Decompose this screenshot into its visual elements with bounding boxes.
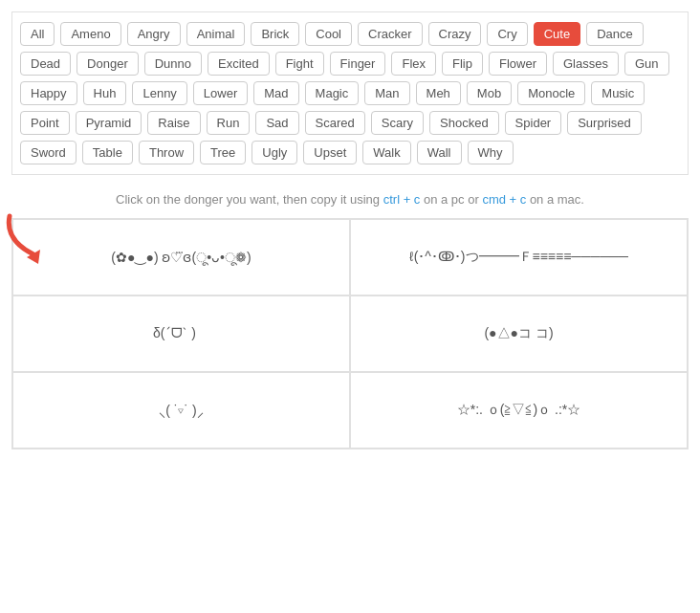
tag-walk[interactable]: Walk	[362, 141, 410, 164]
donger-text: (●△●コ コ)	[484, 325, 553, 342]
tag-crazy[interactable]: Crazy	[428, 22, 482, 46]
tag-glasses[interactable]: Glasses	[553, 52, 619, 76]
tag-flex[interactable]: Flex	[391, 52, 436, 76]
tag-man[interactable]: Man	[364, 81, 409, 105]
tag-sword[interactable]: Sword	[20, 141, 77, 164]
donger-grid: (✿●‿●) ʚ♡⃛ɞ(ू•ᴗ•ू❁)ℓ(･^･ↂ･)つ━━━Ｆ≡≡≡≡≡───…	[11, 218, 689, 449]
donger-text: ☆*:. ｏ(≧▽≦)ｏ .:*☆	[457, 402, 581, 419]
tag-lower[interactable]: Lower	[193, 81, 248, 105]
tag-container: AllAmenoAngryAnimalBrickCoolCrackerCrazy…	[11, 11, 689, 175]
tag-donger[interactable]: Donger	[77, 52, 139, 76]
tag-pyramid[interactable]: Pyramid	[76, 111, 142, 135]
donger-cell[interactable]: ⸜( ˙▿˙ )⸝	[12, 372, 350, 449]
donger-cell[interactable]: ☆*:. ｏ(≧▽≦)ｏ .:*☆	[350, 372, 688, 449]
tag-cute[interactable]: Cute	[534, 22, 580, 46]
donger-cell[interactable]: (✿●‿●) ʚ♡⃛ɞ(ू•ᴗ•ू❁)	[12, 219, 350, 296]
tag-magic[interactable]: Magic	[305, 81, 360, 105]
tag-lenny[interactable]: Lenny	[132, 81, 186, 105]
tag-dance[interactable]: Dance	[586, 22, 644, 46]
tag-gun[interactable]: Gun	[624, 52, 669, 76]
tag-excited[interactable]: Excited	[208, 52, 270, 76]
donger-text: (✿●‿●) ʚ♡⃛ɞ(ू•ᴗ•ू❁)	[111, 250, 251, 266]
tag-point[interactable]: Point	[20, 111, 70, 135]
tag-dead[interactable]: Dead	[20, 52, 71, 76]
tag-flower[interactable]: Flower	[489, 52, 547, 76]
tag-ameno[interactable]: Ameno	[60, 22, 120, 46]
instruction-part1: Click on the donger you want, then copy …	[116, 192, 383, 207]
instruction-text: Click on the donger you want, then copy …	[11, 192, 689, 207]
donger-cell[interactable]: (●△●コ コ)	[350, 296, 688, 372]
tag-happy[interactable]: Happy	[20, 81, 77, 105]
tag-music[interactable]: Music	[591, 81, 645, 105]
tag-table[interactable]: Table	[82, 141, 133, 164]
tag-wall[interactable]: Wall	[417, 141, 462, 164]
tag-huh[interactable]: Huh	[83, 81, 127, 105]
tag-meh[interactable]: Meh	[416, 81, 461, 105]
donger-text: δ(ˊᗜˋ )ゞ	[153, 325, 209, 342]
donger-cell[interactable]: ℓ(･^･ↂ･)つ━━━Ｆ≡≡≡≡≡──────	[350, 219, 688, 296]
tag-spider[interactable]: Spider	[505, 111, 562, 135]
tag-flip[interactable]: Flip	[442, 52, 483, 76]
tag-finger[interactable]: Finger	[330, 52, 386, 76]
tag-dunno[interactable]: Dunno	[144, 52, 202, 76]
tag-upset[interactable]: Upset	[303, 141, 357, 164]
tag-scary[interactable]: Scary	[371, 111, 424, 135]
tag-tree[interactable]: Tree	[200, 141, 246, 164]
tag-monocle[interactable]: Monocle	[517, 81, 585, 105]
tag-animal[interactable]: Animal	[186, 22, 246, 46]
tag-run[interactable]: Run	[207, 111, 251, 135]
tag-cry[interactable]: Cry	[487, 22, 527, 46]
tag-cracker[interactable]: Cracker	[358, 22, 423, 46]
tag-mad[interactable]: Mad	[253, 81, 298, 105]
instruction-mac: cmd + c	[482, 192, 526, 207]
tag-scared[interactable]: Scared	[305, 111, 365, 135]
donger-text: ℓ(･^･ↂ･)つ━━━Ｆ≡≡≡≡≡──────	[409, 249, 628, 266]
donger-text: ⸜( ˙▿˙ )⸝	[159, 403, 203, 419]
tag-mob[interactable]: Mob	[467, 81, 512, 105]
tag-why[interactable]: Why	[468, 141, 514, 164]
tag-shocked[interactable]: Shocked	[429, 111, 499, 135]
tag-sad[interactable]: Sad	[255, 111, 298, 135]
tag-fight[interactable]: Fight	[275, 52, 324, 76]
instruction-part2: on a pc or	[420, 192, 482, 207]
tag-angry[interactable]: Angry	[127, 22, 181, 46]
tag-cool[interactable]: Cool	[305, 22, 352, 46]
tag-all[interactable]: All	[20, 22, 55, 46]
tag-raise[interactable]: Raise	[147, 111, 200, 135]
instruction-pc: ctrl + c	[383, 192, 421, 207]
donger-cell[interactable]: δ(ˊᗜˋ )ゞ	[12, 296, 350, 372]
instruction-part3: on a mac.	[526, 192, 584, 207]
tag-brick[interactable]: Brick	[251, 22, 299, 46]
tag-surprised[interactable]: Surprised	[567, 111, 642, 135]
tag-throw[interactable]: Throw	[139, 141, 194, 164]
red-arrow-icon	[0, 211, 77, 264]
tag-ugly[interactable]: Ugly	[252, 141, 297, 164]
